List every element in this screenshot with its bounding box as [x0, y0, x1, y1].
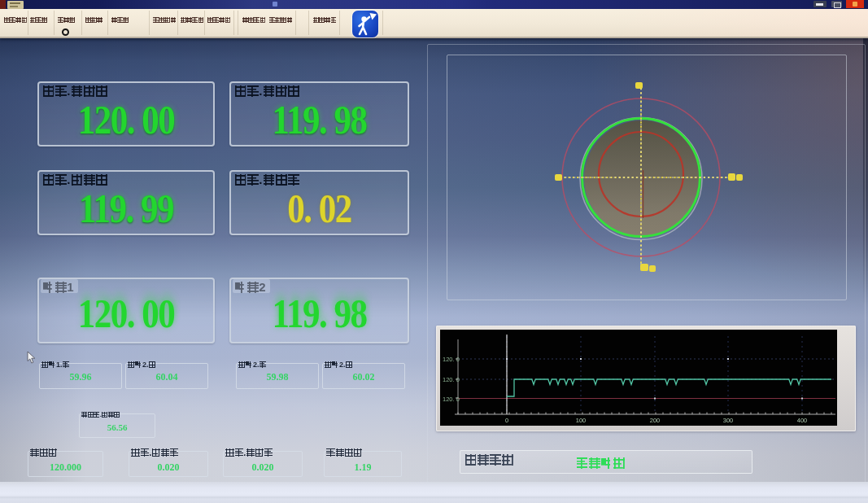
svg-text:0: 0	[505, 417, 508, 424]
svg-text:400: 400	[797, 417, 808, 424]
svg-text:120. 0: 120. 0	[443, 376, 460, 383]
svg-text:120. 0: 120. 0	[443, 356, 460, 363]
svg-text:300: 300	[723, 417, 734, 424]
svg-text:120. 0: 120. 0	[443, 396, 460, 403]
svg-text:200: 200	[650, 417, 661, 424]
svg-text:100: 100	[576, 417, 587, 424]
